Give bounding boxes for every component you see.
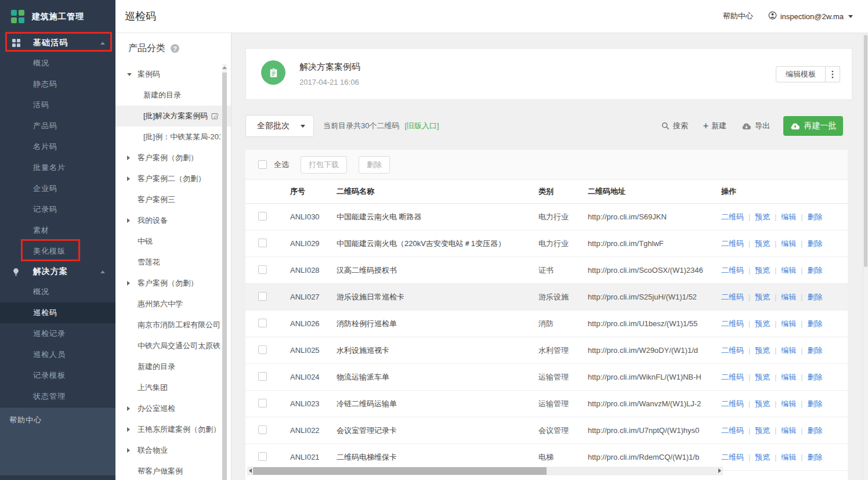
edit-link[interactable]: 编辑 — [781, 399, 796, 409]
delete-selected-button[interactable]: 删除 — [359, 156, 390, 174]
edit-link[interactable]: 编辑 — [781, 292, 796, 302]
sidebar-item[interactable]: 静态码 — [0, 74, 115, 95]
tree-item[interactable]: 案例码 — [115, 64, 231, 85]
qrcode-link[interactable]: 二维码 — [721, 265, 744, 276]
row-checkbox[interactable] — [258, 452, 267, 461]
sidebar-item[interactable]: 巡检记录 — [0, 323, 115, 344]
row-checkbox[interactable] — [258, 265, 267, 274]
delete-link[interactable]: 删除 — [807, 345, 822, 356]
delete-link[interactable]: 删除 — [807, 212, 822, 222]
tree-item[interactable]: 客户案例三 — [115, 189, 231, 210]
search-button[interactable]: 搜索 — [661, 121, 688, 131]
scroll-up-icon[interactable] — [222, 66, 227, 71]
delete-link[interactable]: 删除 — [807, 239, 822, 249]
sidebar-item[interactable]: 巡检人员 — [0, 344, 115, 365]
qrcode-link[interactable]: 二维码 — [721, 452, 744, 463]
row-checkbox[interactable] — [258, 372, 267, 381]
sidebar-item[interactable]: 活码 — [0, 95, 115, 116]
sidebar-item[interactable]: 记录码 — [0, 199, 115, 220]
qrcode-link[interactable]: 二维码 — [721, 292, 744, 302]
sidebar-help-section[interactable]: 帮助中心 — [0, 407, 115, 480]
sidebar-item[interactable]: 巡检码 — [0, 302, 115, 323]
rebuild-batch-button[interactable]: 再建一批 — [783, 116, 843, 136]
create-button[interactable]: + 新建 — [703, 121, 726, 131]
sidebar-item[interactable]: 美化模版 — [0, 241, 115, 262]
qrcode-link[interactable]: 二维码 — [721, 319, 744, 329]
row-checkbox[interactable] — [258, 399, 267, 407]
sidebar-item[interactable]: 批量名片 — [0, 157, 115, 178]
scroll-right-icon[interactable] — [718, 468, 721, 473]
delete-link[interactable]: 删除 — [807, 292, 822, 302]
preview-link[interactable]: 预览 — [755, 345, 770, 356]
qrcode-link[interactable]: 二维码 — [721, 372, 744, 382]
page-scrollbar-thumb[interactable] — [864, 35, 867, 267]
preview-link[interactable]: 预览 — [755, 239, 770, 249]
sidebar-item[interactable]: 产品码 — [0, 116, 115, 136]
tree-scrollbar[interactable] — [222, 64, 227, 480]
account-menu[interactable]: inspection@2w.ma — [768, 11, 853, 21]
tree-item[interactable]: 联合物业 — [115, 440, 231, 461]
tree-item[interactable]: 王艳东所建案例（勿删） — [115, 419, 231, 440]
page-scrollbar[interactable] — [863, 33, 868, 480]
row-checkbox[interactable] — [258, 292, 267, 301]
export-button[interactable]: 导出 — [742, 121, 770, 131]
tree-scrollbar-thumb[interactable] — [222, 73, 227, 480]
row-checkbox[interactable] — [258, 425, 267, 434]
edit-link[interactable]: 编辑 — [781, 265, 796, 276]
preview-link[interactable]: 预览 — [755, 399, 770, 409]
sidebar-item[interactable]: 素材 — [0, 220, 115, 241]
edit-template-button[interactable]: 编辑模板 — [776, 66, 826, 82]
preview-link[interactable]: 预览 — [755, 319, 770, 329]
sidebar-group-2[interactable]: 解决方案 — [0, 262, 115, 281]
sidebar-item[interactable]: 概况 — [0, 281, 115, 302]
delete-link[interactable]: 删除 — [807, 452, 822, 463]
tree-item[interactable]: 客户案例（勿删） — [115, 273, 231, 294]
delete-link[interactable]: 删除 — [807, 372, 822, 382]
tree-item[interactable]: 客户案例二（勿删） — [115, 168, 231, 189]
delete-link[interactable]: 删除 — [807, 399, 822, 409]
sidebar-item[interactable]: 记录模板 — [0, 365, 115, 386]
tree-item[interactable]: 新建的目录 — [115, 85, 231, 106]
edit-link[interactable]: 编辑 — [781, 345, 796, 356]
tree-item[interactable]: 中锐 — [115, 231, 231, 252]
tree-item[interactable]: 上汽集团 — [115, 377, 231, 398]
scroll-left-icon[interactable] — [249, 468, 252, 473]
legacy-entry-link[interactable]: [旧版入口] — [404, 121, 439, 131]
row-checkbox[interactable] — [258, 212, 267, 221]
edit-link[interactable]: 编辑 — [781, 239, 796, 249]
qrcode-link[interactable]: 二维码 — [721, 345, 744, 356]
tree-item[interactable]: 雪莲花 — [115, 252, 231, 273]
sidebar-item[interactable]: 状态管理 — [0, 386, 115, 407]
sidebar-item[interactable]: 企业码 — [0, 178, 115, 199]
edit-icon[interactable] — [211, 112, 219, 120]
edit-link[interactable]: 编辑 — [781, 212, 796, 222]
preview-link[interactable]: 预览 — [755, 425, 770, 436]
help-question-icon[interactable]: ? — [171, 44, 179, 53]
qrcode-link[interactable]: 二维码 — [721, 212, 744, 222]
tree-item[interactable]: 办公室巡检 — [115, 398, 231, 419]
tree-item[interactable]: 我的设备 — [115, 210, 231, 231]
edit-link[interactable]: 编辑 — [781, 372, 796, 382]
qrcode-link[interactable]: 二维码 — [721, 425, 744, 436]
row-checkbox[interactable] — [258, 239, 267, 247]
delete-link[interactable]: 删除 — [807, 265, 822, 276]
tree-item[interactable]: [批]例：中铁某某局-2017 — [115, 127, 231, 147]
tree-item[interactable]: 客户案例（勿删） — [115, 147, 231, 168]
delete-link[interactable]: 删除 — [807, 425, 822, 436]
row-checkbox[interactable] — [258, 319, 267, 327]
preview-link[interactable]: 预览 — [755, 372, 770, 382]
tree-item[interactable]: 新建的目录 — [115, 356, 231, 377]
horizontal-scrollbar-thumb[interactable] — [253, 467, 547, 475]
sidebar-group-1[interactable]: 基础活码 — [0, 33, 115, 53]
delete-link[interactable]: 删除 — [807, 319, 822, 329]
sidebar-item[interactable]: 概况 — [0, 53, 115, 74]
qrcode-link[interactable]: 二维码 — [721, 239, 744, 249]
preview-link[interactable]: 预览 — [755, 292, 770, 302]
select-all-checkbox[interactable] — [258, 160, 267, 169]
batch-filter-select[interactable]: 全部批次 — [245, 115, 314, 137]
tree-item[interactable]: 惠州第六中学 — [115, 294, 231, 315]
qrcode-link[interactable]: 二维码 — [721, 399, 744, 409]
tree-item[interactable]: 帮客户做案例 — [115, 461, 231, 480]
preview-link[interactable]: 预览 — [755, 265, 770, 276]
pack-download-button[interactable]: 打包下载 — [301, 156, 347, 174]
